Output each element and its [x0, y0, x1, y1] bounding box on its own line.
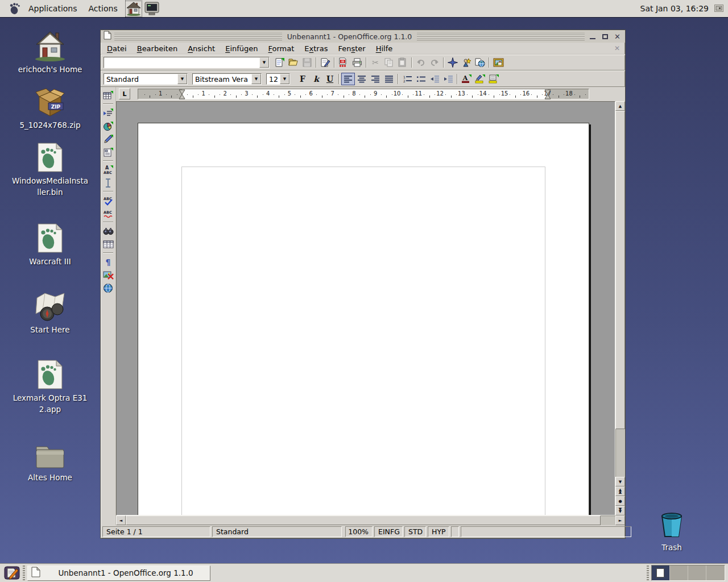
actions-menu[interactable]: Actions [83, 2, 123, 15]
redo-button[interactable] [428, 56, 441, 69]
font-color-button[interactable]: A [460, 73, 473, 85]
draw-functions-button[interactable] [102, 132, 115, 146]
menu-format[interactable]: Format [263, 43, 300, 54]
desktop-icon-warcraft[interactable]: Warcraft III [8, 222, 92, 267]
direct-cursor-button[interactable] [102, 176, 115, 189]
form-functions-button[interactable] [102, 146, 115, 159]
increase-indent-button[interactable] [441, 73, 455, 85]
desktop-icon-zip[interactable]: ZIP 5_1024x768.zip [8, 85, 92, 131]
tab-selector-button[interactable]: L [119, 88, 130, 99]
maximize-button[interactable] [600, 32, 610, 41]
gnome-foot-icon[interactable] [7, 1, 23, 16]
menu-fenster[interactable]: Fenster [333, 43, 370, 54]
openoffice-quickstarter-icon[interactable] [3, 566, 20, 581]
bold-button[interactable]: F [296, 73, 309, 85]
task-button-writer[interactable]: Unbenannt1 - OpenOffice.org 1.1.0 [27, 566, 210, 581]
nonprinting-characters-button[interactable]: ¶ [102, 255, 115, 268]
auto-spellcheck-button[interactable]: ABC [102, 207, 115, 220]
panel-applet-icon[interactable] [714, 3, 723, 14]
decrease-indent-button[interactable] [428, 73, 441, 85]
data-sources-button[interactable] [102, 238, 115, 251]
menu-ansicht[interactable]: Ansicht [183, 43, 220, 54]
chevron-down-icon[interactable]: ▼ [251, 74, 261, 84]
document-view[interactable] [116, 101, 615, 516]
desktop-icon-start-here[interactable]: Start Here [8, 290, 92, 335]
desktop-icon-altes-home[interactable]: Altes Home [8, 438, 92, 483]
copy-button[interactable] [382, 56, 396, 69]
url-field[interactable]: ▼ [104, 57, 270, 68]
scroll-right-icon[interactable]: ► [615, 516, 625, 525]
workspace-4[interactable] [706, 566, 725, 580]
right-margin-marker[interactable] [544, 89, 551, 100]
print-button[interactable] [350, 56, 364, 69]
insert-table-button[interactable] [102, 89, 115, 102]
undo-button[interactable] [414, 56, 428, 69]
terminal-launcher-icon[interactable] [144, 1, 160, 16]
hyperlink-button[interactable] [473, 56, 487, 69]
left-margin-marker[interactable] [179, 89, 185, 100]
spellcheck-button[interactable]: ABC [102, 194, 115, 207]
stylist-button[interactable] [460, 56, 473, 69]
close-document-icon[interactable]: ✕ [610, 44, 624, 52]
close-button[interactable]: ✕ [613, 32, 622, 41]
export-pdf-button[interactable] [337, 56, 350, 69]
ruler[interactable]: 1123456789101112131415161718 [138, 89, 589, 99]
insert-fields-button[interactable] [102, 106, 115, 119]
menu-einfuegen[interactable]: Einfügen [220, 43, 263, 54]
workspace-3[interactable] [688, 566, 706, 580]
scroll-up-icon[interactable]: ▲ [615, 101, 625, 111]
vertical-scroll-thumb[interactable] [615, 111, 625, 429]
menu-hilfe[interactable]: Hilfe [371, 43, 398, 54]
applications-menu[interactable]: Applications [23, 2, 83, 15]
navigator-button[interactable] [446, 56, 460, 69]
previous-page-button[interactable]: ▲▲ [615, 487, 625, 496]
align-right-button[interactable] [369, 73, 382, 85]
open-button[interactable] [287, 56, 300, 69]
gallery-button[interactable] [491, 56, 505, 69]
titlebar[interactable]: Unbenannt1 - OpenOffice.org 1.1.0 ✕ [101, 30, 625, 43]
panel-handle[interactable] [23, 566, 25, 580]
chevron-down-icon[interactable]: ▼ [280, 74, 289, 84]
align-center-button[interactable] [355, 73, 369, 85]
workspace-2[interactable] [670, 566, 688, 580]
underline-button[interactable]: U [323, 73, 337, 85]
graphics-onoff-button[interactable] [102, 268, 115, 281]
status-insert-mode[interactable]: EINFG [374, 526, 403, 537]
autotext-button[interactable]: AABC [102, 163, 115, 176]
scroll-down-icon[interactable]: ▼ [615, 477, 625, 487]
align-left-button[interactable] [341, 73, 355, 85]
paste-button[interactable] [396, 56, 410, 69]
desktop-icon-home[interactable]: erichoch's Home [8, 30, 92, 75]
bullets-button[interactable] [414, 73, 428, 85]
paragraph-background-button[interactable] [487, 73, 500, 85]
font-name-combo[interactable]: Bitstream Vera ▼ [192, 73, 262, 85]
italic-button[interactable]: k [309, 73, 323, 85]
minimize-button[interactable] [588, 32, 597, 41]
status-style[interactable]: Standard [212, 526, 342, 537]
navigation-dot-button[interactable]: ● [615, 496, 625, 506]
desktop-icon-trash[interactable]: Trash [647, 510, 696, 552]
justify-button[interactable] [382, 73, 396, 85]
vertical-scrollbar[interactable]: ▲ ▼ ▲▲ ● ▼▼ [615, 101, 625, 516]
desktop-icon-lexmark[interactable]: Lexmark Optra E312.app [8, 358, 92, 415]
numbering-button[interactable]: 12 [400, 73, 414, 85]
font-size-combo[interactable]: 12 ▼ [266, 73, 290, 85]
status-zoom[interactable]: 100% [345, 526, 373, 537]
paragraph-style-combo[interactable]: Standard ▼ [104, 73, 188, 85]
workspace-1[interactable] [652, 566, 670, 580]
next-page-button[interactable]: ▼▼ [615, 506, 625, 516]
find-replace-button[interactable] [102, 225, 115, 238]
horizontal-scrollbar[interactable]: ◄ ► [116, 516, 625, 525]
menu-extras[interactable]: Extras [299, 43, 333, 54]
scroll-left-icon[interactable]: ◄ [116, 516, 126, 525]
horizontal-scroll-thumb[interactable] [126, 516, 601, 525]
cut-button[interactable]: ✂ [369, 56, 382, 69]
clock[interactable]: Sat Jan 03, 16:29 [640, 4, 709, 13]
panel-handle[interactable] [647, 566, 649, 580]
insert-objects-button[interactable] [102, 119, 115, 132]
online-layout-button[interactable] [102, 281, 115, 294]
chevron-down-icon[interactable]: ▼ [259, 57, 269, 68]
menu-datei[interactable]: Datei [102, 43, 132, 54]
menu-bearbeiten[interactable]: Bearbeiten [132, 43, 183, 54]
highlighting-button[interactable] [473, 73, 487, 85]
